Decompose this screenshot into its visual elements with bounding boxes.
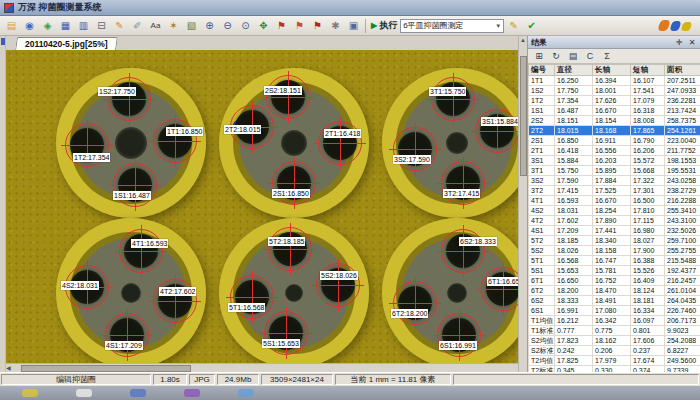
table-row[interactable]: 1S116.48716.67016.318213.7424: [529, 106, 700, 116]
table-cell[interactable]: 0.242: [555, 346, 593, 356]
table-cell[interactable]: 4T1: [529, 196, 555, 206]
table-cell[interactable]: 18.340: [593, 236, 631, 246]
table-cell[interactable]: 2S2: [529, 116, 555, 126]
table-cell[interactable]: 2T1: [529, 146, 555, 156]
table-cell[interactable]: 17.979: [593, 356, 631, 366]
table-cell[interactable]: 18.015: [555, 126, 593, 136]
table-cell[interactable]: 198.1553: [665, 156, 700, 166]
table-row[interactable]: 4S117.20917.44116.980232.5026: [529, 226, 700, 236]
table-cell[interactable]: 0.206: [593, 346, 631, 356]
table-row[interactable]: T1标准差0.7770.7750.8019.9023: [529, 326, 700, 336]
table-cell[interactable]: 18.333: [555, 296, 593, 306]
table-cell[interactable]: 15.750: [555, 166, 593, 176]
table-cell[interactable]: 15.526: [631, 266, 665, 276]
sum-icon[interactable]: Σ: [600, 50, 614, 63]
table-cell[interactable]: 232.5026: [665, 226, 700, 236]
table-cell[interactable]: 16.991: [555, 306, 593, 316]
table-row[interactable]: T2均值17.82517.97917.674249.5600: [529, 356, 700, 366]
table-cell[interactable]: 6.8227: [665, 346, 700, 356]
refresh-icon[interactable]: ↻: [549, 50, 563, 63]
table-cell[interactable]: 16.670: [593, 196, 631, 206]
table-row[interactable]: 3S217.59017.88417.322243.0258: [529, 176, 700, 186]
table-row[interactable]: 2T218.01518.16817.865254.1261: [529, 126, 700, 136]
table-cell[interactable]: 17.810: [631, 206, 665, 216]
table-cell[interactable]: 16.097: [631, 316, 665, 326]
highlight-pen-button[interactable]: ✎: [505, 18, 522, 34]
table-cell[interactable]: 17.674: [631, 356, 665, 366]
table-cell[interactable]: 18.031: [555, 206, 593, 216]
table-cell[interactable]: 0.775: [593, 326, 631, 336]
table-row[interactable]: 1T116.25016.39416.107207.2511: [529, 76, 700, 86]
table-cell[interactable]: T1标准差: [529, 326, 555, 336]
save-icon[interactable]: ▦: [57, 18, 74, 34]
taskbar-item[interactable]: [22, 389, 38, 397]
table-cell[interactable]: 17.590: [555, 176, 593, 186]
table-cell[interactable]: 18.151: [555, 116, 593, 126]
table-cell[interactable]: 16.203: [593, 156, 631, 166]
table-cell[interactable]: 238.2729: [665, 186, 700, 196]
table-row[interactable]: T1均值16.21216.34216.097206.7173: [529, 316, 700, 326]
table-cell[interactable]: 18.027: [631, 236, 665, 246]
table-cell[interactable]: 207.2511: [665, 76, 700, 86]
print-icon[interactable]: ⊟: [93, 18, 110, 34]
table-cell[interactable]: 5S2: [529, 246, 555, 256]
table-cell[interactable]: 16.911: [593, 136, 631, 146]
table-cell[interactable]: 215.5488: [665, 256, 700, 266]
table-cell[interactable]: 16.212: [555, 316, 593, 326]
table-cell[interactable]: 18.181: [631, 296, 665, 306]
pencil-icon[interactable]: ✎: [111, 18, 128, 34]
table-row[interactable]: 3S115.88416.20315.572198.1553: [529, 156, 700, 166]
table-cell[interactable]: 0.237: [631, 346, 665, 356]
table-row[interactable]: 2T116.41816.55616.206211.7752: [529, 146, 700, 156]
monitor-icon[interactable]: ▣: [345, 18, 362, 34]
table-cell[interactable]: 3T1: [529, 166, 555, 176]
table-cell[interactable]: 3T2: [529, 186, 555, 196]
measurement-label[interactable]: 1S1:16.487: [113, 191, 151, 200]
measurement-label[interactable]: 4S1:17.209: [105, 341, 143, 350]
table-cell[interactable]: 17.354: [555, 96, 593, 106]
table-cell[interactable]: 1T1: [529, 76, 555, 86]
horizontal-scroll-thumb[interactable]: [21, 365, 191, 372]
table-cell[interactable]: 18.154: [593, 116, 631, 126]
table-cell[interactable]: 17.525: [593, 186, 631, 196]
table-cell[interactable]: 17.825: [555, 356, 593, 366]
table-row[interactable]: 2S116.85016.91116.790223.0040: [529, 136, 700, 146]
preset-dropdown[interactable]: 6平皿抑菌圈测定 ▼: [400, 19, 504, 33]
measurement-label[interactable]: 4T2:17.602: [159, 287, 196, 296]
table-cell[interactable]: 249.5600: [665, 356, 700, 366]
table-cell[interactable]: 15.572: [631, 156, 665, 166]
table-cell[interactable]: 16.342: [593, 316, 631, 326]
table-cell[interactable]: 255.3410: [665, 206, 700, 216]
table-row[interactable]: 6T116.65016.75216.409216.2457: [529, 276, 700, 286]
table-cell[interactable]: 18.162: [593, 336, 631, 346]
close-icon[interactable]: ✕: [687, 38, 697, 47]
table-cell[interactable]: 16.206: [631, 146, 665, 156]
table-cell[interactable]: S2均值: [529, 336, 555, 346]
table-cell[interactable]: 258.7375: [665, 116, 700, 126]
table-row[interactable]: 6S116.99117.08016.334226.7460: [529, 306, 700, 316]
table-cell[interactable]: 213.7424: [665, 106, 700, 116]
table-row[interactable]: 5S115.65315.78115.526192.4377: [529, 266, 700, 276]
table-cell[interactable]: T2均值: [529, 356, 555, 366]
table-cell[interactable]: 2S1: [529, 136, 555, 146]
table-cell[interactable]: 259.7100: [665, 236, 700, 246]
measurement-label[interactable]: 3T1:15.750: [429, 87, 466, 96]
table-row[interactable]: 3T115.75015.89515.668195.5531: [529, 166, 700, 176]
table-cell[interactable]: 1S2: [529, 86, 555, 96]
table-cell[interactable]: 16.650: [555, 276, 593, 286]
column-header-4[interactable]: 短轴: [631, 65, 665, 76]
measurement-label[interactable]: 5T2:18.185: [268, 237, 305, 246]
scroll-up-arrow[interactable]: ▲: [520, 36, 526, 44]
zoom-out-icon[interactable]: ⊖: [219, 18, 236, 34]
table-cell[interactable]: 15.781: [593, 266, 631, 276]
table-cell[interactable]: 17.080: [593, 306, 631, 316]
table-cell[interactable]: 6S1: [529, 306, 555, 316]
table-cell[interactable]: 243.0258: [665, 176, 700, 186]
table-cell[interactable]: 3S2: [529, 176, 555, 186]
table-row[interactable]: 5T218.18518.34018.027259.7100: [529, 236, 700, 246]
table-cell[interactable]: 2T2: [529, 126, 555, 136]
measurement-label[interactable]: 6S2:18.333: [459, 237, 497, 246]
measurement-label[interactable]: 4T1:16.593: [131, 239, 168, 248]
settings-icon[interactable]: ✱: [327, 18, 344, 34]
table-cell[interactable]: 15.668: [631, 166, 665, 176]
